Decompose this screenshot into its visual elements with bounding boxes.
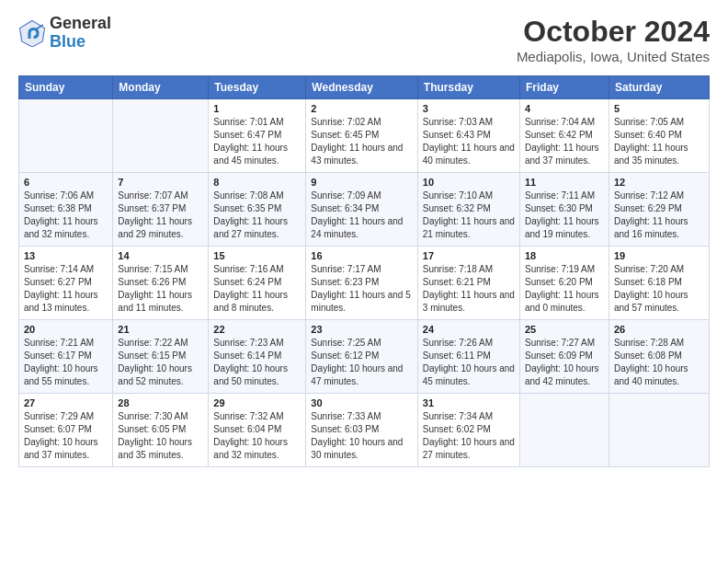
day-number: 14 <box>118 250 203 261</box>
day-cell: 8Sunrise: 7:08 AM Sunset: 6:35 PM Daylig… <box>209 173 306 247</box>
day-number: 18 <box>525 250 604 261</box>
day-cell: 7Sunrise: 7:07 AM Sunset: 6:37 PM Daylig… <box>113 173 209 247</box>
day-info: Sunrise: 7:02 AM Sunset: 6:45 PM Dayligh… <box>311 116 412 167</box>
logo-icon <box>18 19 46 47</box>
day-cell: 12Sunrise: 7:12 AM Sunset: 6:29 PM Dayli… <box>609 173 709 247</box>
day-cell: 22Sunrise: 7:23 AM Sunset: 6:14 PM Dayli… <box>209 320 306 394</box>
day-number: 25 <box>525 324 604 335</box>
day-cell: 30Sunrise: 7:33 AM Sunset: 6:03 PM Dayli… <box>306 394 417 467</box>
day-number: 11 <box>525 177 604 188</box>
day-cell: 15Sunrise: 7:16 AM Sunset: 6:24 PM Dayli… <box>209 247 306 320</box>
day-number: 30 <box>311 397 412 408</box>
day-cell <box>519 394 609 467</box>
day-cell: 1Sunrise: 7:01 AM Sunset: 6:47 PM Daylig… <box>209 99 306 173</box>
day-number: 4 <box>525 103 604 114</box>
day-number: 22 <box>213 324 301 335</box>
day-number: 3 <box>423 103 515 114</box>
logo-general: General <box>50 14 111 32</box>
week-row-4: 20Sunrise: 7:21 AM Sunset: 6:17 PM Dayli… <box>19 320 710 394</box>
calendar-header: SundayMondayTuesdayWednesdayThursdayFrid… <box>19 76 710 99</box>
title-block: October 2024 Mediapolis, Iowa, United St… <box>517 15 710 64</box>
day-cell: 27Sunrise: 7:29 AM Sunset: 6:07 PM Dayli… <box>19 394 113 467</box>
logo-text: General Blue <box>50 15 111 52</box>
day-cell: 28Sunrise: 7:30 AM Sunset: 6:05 PM Dayli… <box>113 394 209 467</box>
day-info: Sunrise: 7:30 AM Sunset: 6:05 PM Dayligh… <box>118 410 203 462</box>
day-number: 6 <box>24 177 108 188</box>
day-info: Sunrise: 7:26 AM Sunset: 6:11 PM Dayligh… <box>423 337 515 388</box>
day-number: 10 <box>423 177 515 188</box>
day-info: Sunrise: 7:11 AM Sunset: 6:30 PM Dayligh… <box>525 190 604 241</box>
week-row-2: 6Sunrise: 7:06 AM Sunset: 6:38 PM Daylig… <box>19 173 710 247</box>
calendar-subtitle: Mediapolis, Iowa, United States <box>517 49 710 64</box>
week-row-1: 1Sunrise: 7:01 AM Sunset: 6:47 PM Daylig… <box>19 99 710 173</box>
header-cell-sunday: Sunday <box>19 76 113 99</box>
header-cell-saturday: Saturday <box>609 76 709 99</box>
day-info: Sunrise: 7:33 AM Sunset: 6:03 PM Dayligh… <box>311 410 412 462</box>
day-cell: 31Sunrise: 7:34 AM Sunset: 6:02 PM Dayli… <box>417 394 519 467</box>
calendar-title: October 2024 <box>517 15 710 49</box>
day-number: 15 <box>213 250 301 261</box>
day-info: Sunrise: 7:20 AM Sunset: 6:18 PM Dayligh… <box>614 263 704 315</box>
day-cell: 16Sunrise: 7:17 AM Sunset: 6:23 PM Dayli… <box>306 247 417 320</box>
day-cell: 25Sunrise: 7:27 AM Sunset: 6:09 PM Dayli… <box>519 320 609 394</box>
day-number: 23 <box>311 324 412 335</box>
day-info: Sunrise: 7:12 AM Sunset: 6:29 PM Dayligh… <box>614 190 704 241</box>
day-cell <box>19 99 113 173</box>
day-number: 28 <box>118 397 203 408</box>
day-cell: 18Sunrise: 7:19 AM Sunset: 6:20 PM Dayli… <box>519 247 609 320</box>
header-cell-monday: Monday <box>113 76 209 99</box>
day-info: Sunrise: 7:08 AM Sunset: 6:35 PM Dayligh… <box>213 190 301 241</box>
day-info: Sunrise: 7:16 AM Sunset: 6:24 PM Dayligh… <box>213 263 301 315</box>
header-cell-tuesday: Tuesday <box>209 76 306 99</box>
day-info: Sunrise: 7:01 AM Sunset: 6:47 PM Dayligh… <box>213 116 301 167</box>
day-info: Sunrise: 7:05 AM Sunset: 6:40 PM Dayligh… <box>614 116 704 167</box>
day-cell: 13Sunrise: 7:14 AM Sunset: 6:27 PM Dayli… <box>19 247 113 320</box>
header-cell-wednesday: Wednesday <box>306 76 417 99</box>
day-number: 26 <box>614 324 704 335</box>
day-number: 19 <box>614 250 704 261</box>
calendar-body: 1Sunrise: 7:01 AM Sunset: 6:47 PM Daylig… <box>19 99 710 467</box>
day-cell <box>609 394 709 467</box>
day-number: 29 <box>213 397 301 408</box>
day-info: Sunrise: 7:19 AM Sunset: 6:20 PM Dayligh… <box>525 263 604 315</box>
day-cell: 21Sunrise: 7:22 AM Sunset: 6:15 PM Dayli… <box>113 320 209 394</box>
header-row: SundayMondayTuesdayWednesdayThursdayFrid… <box>19 76 710 99</box>
day-info: Sunrise: 7:29 AM Sunset: 6:07 PM Dayligh… <box>24 410 108 462</box>
day-number: 21 <box>118 324 203 335</box>
header-cell-friday: Friday <box>519 76 609 99</box>
day-cell: 9Sunrise: 7:09 AM Sunset: 6:34 PM Daylig… <box>306 173 417 247</box>
day-cell: 4Sunrise: 7:04 AM Sunset: 6:42 PM Daylig… <box>519 99 609 173</box>
week-row-3: 13Sunrise: 7:14 AM Sunset: 6:27 PM Dayli… <box>19 247 710 320</box>
day-info: Sunrise: 7:10 AM Sunset: 6:32 PM Dayligh… <box>423 190 515 241</box>
day-number: 12 <box>614 177 704 188</box>
day-number: 5 <box>614 103 704 114</box>
day-info: Sunrise: 7:25 AM Sunset: 6:12 PM Dayligh… <box>311 337 412 388</box>
day-number: 2 <box>311 103 412 114</box>
day-cell: 10Sunrise: 7:10 AM Sunset: 6:32 PM Dayli… <box>417 173 519 247</box>
day-cell: 6Sunrise: 7:06 AM Sunset: 6:38 PM Daylig… <box>19 173 113 247</box>
day-info: Sunrise: 7:21 AM Sunset: 6:17 PM Dayligh… <box>24 337 108 388</box>
day-info: Sunrise: 7:14 AM Sunset: 6:27 PM Dayligh… <box>24 263 108 315</box>
day-info: Sunrise: 7:09 AM Sunset: 6:34 PM Dayligh… <box>311 190 412 241</box>
day-cell: 2Sunrise: 7:02 AM Sunset: 6:45 PM Daylig… <box>306 99 417 173</box>
day-info: Sunrise: 7:07 AM Sunset: 6:37 PM Dayligh… <box>118 190 203 241</box>
day-info: Sunrise: 7:32 AM Sunset: 6:04 PM Dayligh… <box>213 410 301 462</box>
logo: General Blue <box>18 15 111 52</box>
day-cell: 14Sunrise: 7:15 AM Sunset: 6:26 PM Dayli… <box>113 247 209 320</box>
day-info: Sunrise: 7:17 AM Sunset: 6:23 PM Dayligh… <box>311 263 412 315</box>
page: General Blue October 2024 Mediapolis, Io… <box>0 0 728 477</box>
day-info: Sunrise: 7:15 AM Sunset: 6:26 PM Dayligh… <box>118 263 203 315</box>
day-info: Sunrise: 7:06 AM Sunset: 6:38 PM Dayligh… <box>24 190 108 241</box>
day-cell: 3Sunrise: 7:03 AM Sunset: 6:43 PM Daylig… <box>417 99 519 173</box>
day-number: 9 <box>311 177 412 188</box>
day-number: 16 <box>311 250 412 261</box>
day-cell: 5Sunrise: 7:05 AM Sunset: 6:40 PM Daylig… <box>609 99 709 173</box>
day-cell: 19Sunrise: 7:20 AM Sunset: 6:18 PM Dayli… <box>609 247 709 320</box>
day-cell: 26Sunrise: 7:28 AM Sunset: 6:08 PM Dayli… <box>609 320 709 394</box>
day-number: 13 <box>24 250 108 261</box>
calendar-table: SundayMondayTuesdayWednesdayThursdayFrid… <box>18 75 710 467</box>
day-info: Sunrise: 7:22 AM Sunset: 6:15 PM Dayligh… <box>118 337 203 388</box>
day-number: 1 <box>213 103 301 114</box>
day-number: 17 <box>423 250 515 261</box>
day-info: Sunrise: 7:03 AM Sunset: 6:43 PM Dayligh… <box>423 116 515 167</box>
